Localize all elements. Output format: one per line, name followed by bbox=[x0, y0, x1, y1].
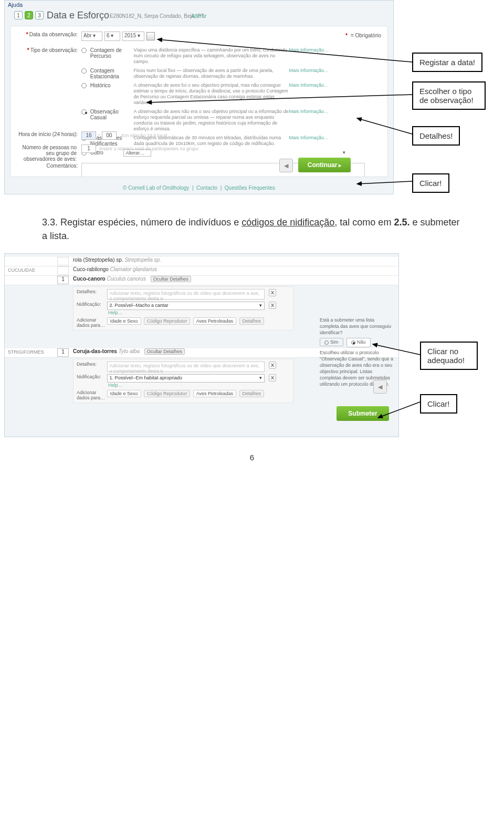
select-nidification[interactable]: 2. Possível--Macho a cantar▾ bbox=[107, 302, 265, 310]
callout-register-date: Registar a data! bbox=[412, 53, 482, 72]
input-people[interactable]: 1 bbox=[81, 144, 96, 153]
details-block: Detalhes: Adicionar texto, registos foto… bbox=[73, 359, 293, 403]
radio-casual-desc: A observação de aves não era o seu objet… bbox=[134, 109, 291, 132]
pill-oiled-birds[interactable]: Aves Petroleadas bbox=[193, 390, 236, 397]
help-link[interactable]: Ajuda bbox=[8, 2, 23, 8]
select-day[interactable]: 6 ▾ bbox=[104, 32, 120, 41]
radio-estacionaria[interactable] bbox=[81, 68, 87, 74]
close-icon[interactable]: X bbox=[269, 289, 276, 296]
step-2[interactable]: 2 bbox=[25, 11, 33, 19]
radio-casual[interactable] bbox=[81, 109, 87, 115]
species-name[interactable]: Cuco-rabilongo Clamator glandarius bbox=[73, 266, 157, 272]
close-icon[interactable]: X bbox=[269, 362, 276, 369]
pill-details[interactable]: Detalhes bbox=[239, 390, 265, 397]
family-header: STRIGIFORMES bbox=[8, 349, 44, 355]
radio-historico-desc: A observação de aves foi o seu objectivo… bbox=[134, 82, 291, 106]
people-hint: Inserir o número total de participantes … bbox=[99, 146, 198, 151]
callout-click: Clicar! bbox=[412, 173, 449, 193]
close-icon[interactable]: X bbox=[269, 302, 276, 309]
label-date: *Data da observação: bbox=[26, 32, 78, 37]
screenshot-date-effort: Ajuda 1 2 3 Data e Esforço E280N182_N, S… bbox=[4, 0, 394, 194]
pill-breeding-code[interactable]: Código Reprodutor bbox=[144, 390, 190, 397]
species-name[interactable]: Coruja-das-torres Tyto alba Ocultar Deta… bbox=[73, 348, 185, 355]
more-info-link[interactable]: Mais Informação… bbox=[289, 135, 329, 140]
step-1[interactable]: 1 bbox=[14, 11, 23, 19]
input-hour[interactable]: 16 bbox=[81, 131, 96, 140]
doc-paragraph: 3.3. Registar espécies, número de indiví… bbox=[42, 215, 462, 243]
radio-percurso[interactable] bbox=[81, 48, 87, 53]
hide-details-button[interactable]: Ocultar Detalhes bbox=[151, 276, 191, 282]
required-legend: *= Obrigatório bbox=[345, 33, 381, 38]
radio-estacionaria-label: Contagem Estacionária bbox=[90, 68, 132, 79]
details-block: Detalhes: Adicionar texto, registos foto… bbox=[73, 286, 293, 331]
textarea-details[interactable]: Adicionar texto, registos fotográficos o… bbox=[107, 289, 265, 300]
step-indicator: 1 2 3 bbox=[14, 11, 44, 19]
count-input[interactable]: 1 bbox=[57, 348, 69, 357]
calendar-icon[interactable] bbox=[146, 32, 155, 40]
help-link[interactable]: Help… bbox=[108, 310, 290, 315]
select-year[interactable]: 2015 ▾ bbox=[122, 32, 144, 41]
label-add-for: Adicionar dados para… bbox=[77, 317, 106, 328]
count-input[interactable] bbox=[57, 266, 69, 275]
label-details: Detalhes: bbox=[77, 289, 106, 294]
footer-cornell[interactable]: © Cornell Lab of Ornithology bbox=[123, 185, 189, 191]
family-header: CUCULIDAE bbox=[8, 267, 35, 273]
select-nidification[interactable]: 1. Possível--Em habitat apropriado▾ bbox=[107, 374, 265, 383]
screenshot-species-list: rola (Streptopelia) sp. Streptopelia sp.… bbox=[4, 253, 399, 437]
textarea-details[interactable]: Adicionar texto, registos fotográficos o… bbox=[107, 362, 265, 372]
radio-percurso-label: Contagem de Percurso bbox=[90, 47, 132, 59]
page-number: 6 bbox=[0, 453, 504, 462]
more-info-link[interactable]: Mais Informação… bbox=[289, 68, 329, 73]
count-input[interactable] bbox=[57, 257, 69, 265]
help-link[interactable]: Help… bbox=[108, 383, 290, 388]
time-hint: Em relação 24 h local bbox=[122, 133, 167, 138]
species-name[interactable]: rola (Streptopelia) sp. Streptopelia sp. bbox=[73, 257, 161, 263]
select-month[interactable]: Abr ▾ bbox=[81, 32, 102, 41]
radio-casual-label: Observação Casual bbox=[90, 109, 132, 120]
pill-oiled-birds[interactable]: Aves Petroleadas bbox=[193, 317, 236, 325]
callout-click-adequate: Clicar no adequado! bbox=[420, 342, 478, 370]
input-minute[interactable]: 00 bbox=[102, 131, 117, 140]
change-location-link[interactable]: Alterar bbox=[191, 13, 206, 19]
callout-details: Detalhes! bbox=[412, 126, 460, 146]
more-info-link[interactable]: Mais Informação… bbox=[289, 109, 329, 114]
back-button[interactable] bbox=[373, 380, 387, 394]
radio-historico[interactable] bbox=[81, 83, 87, 88]
radio-nao[interactable]: Não bbox=[346, 338, 371, 347]
callout-choose-type: Escolher o tipo de observação! bbox=[412, 81, 486, 110]
more-info-link[interactable]: Mais Informação… bbox=[289, 47, 329, 53]
complete-list-question: Está a submeter uma lista completa das a… bbox=[320, 317, 393, 336]
radio-estacionaria-desc: Ficou num local fixo — observação de ave… bbox=[134, 68, 291, 79]
label-add-for: Adicionar dados para… bbox=[77, 390, 106, 400]
pill-age-sex[interactable]: Idade e Sexo bbox=[107, 317, 141, 325]
label-comments: Comentários: bbox=[47, 163, 78, 169]
back-button[interactable] bbox=[279, 159, 293, 172]
pill-age-sex[interactable]: Idade e Sexo bbox=[107, 390, 141, 397]
label-details: Detalhes: bbox=[77, 362, 106, 367]
hide-details-button[interactable]: Ocultar Detalhes bbox=[144, 348, 185, 355]
radio-sim[interactable]: Sim bbox=[320, 338, 343, 346]
callout-click-submit: Clicar! bbox=[420, 394, 457, 414]
close-icon[interactable]: X bbox=[269, 374, 276, 381]
species-name[interactable]: Cuco-canoro Cuculus canorus Ocultar Deta… bbox=[73, 276, 191, 282]
label-time: Hora de início (24 horas): bbox=[18, 131, 78, 137]
radio-percurso-desc: Viajou uma distância específica — caminh… bbox=[134, 47, 291, 65]
submit-sidebar: Está a submeter uma lista completa das a… bbox=[320, 317, 393, 387]
pill-details[interactable]: Detalhes bbox=[239, 317, 265, 325]
label-type: *Tipo de observação: bbox=[27, 47, 78, 53]
label-people: Número de pessoas no seu grupo de observ… bbox=[14, 144, 77, 162]
label-nidification: Nidificação: bbox=[77, 374, 106, 379]
footer-links: © Cornell Lab of Ornithology | Contacto … bbox=[5, 185, 393, 191]
location-text: E280N182_N, Serpa Condado, Beja, PT bbox=[110, 13, 204, 19]
submit-button[interactable]: Submeter bbox=[337, 406, 389, 421]
continue-button[interactable]: Continuar bbox=[298, 158, 351, 172]
step-3[interactable]: 3 bbox=[35, 11, 44, 19]
label-nidification: Nidificação: bbox=[77, 302, 106, 307]
radio-historico-label: Histórico bbox=[90, 82, 132, 88]
page-title: Data e Esforço bbox=[47, 10, 109, 21]
more-info-link[interactable]: Mais Informação… bbox=[289, 82, 329, 88]
pill-breeding-code[interactable]: Código Reprodutor bbox=[144, 317, 190, 325]
footer-contact[interactable]: Contacto bbox=[196, 185, 217, 191]
footer-faq[interactable]: Questões Frequentes bbox=[225, 185, 275, 191]
count-input[interactable]: 1 bbox=[57, 276, 69, 284]
